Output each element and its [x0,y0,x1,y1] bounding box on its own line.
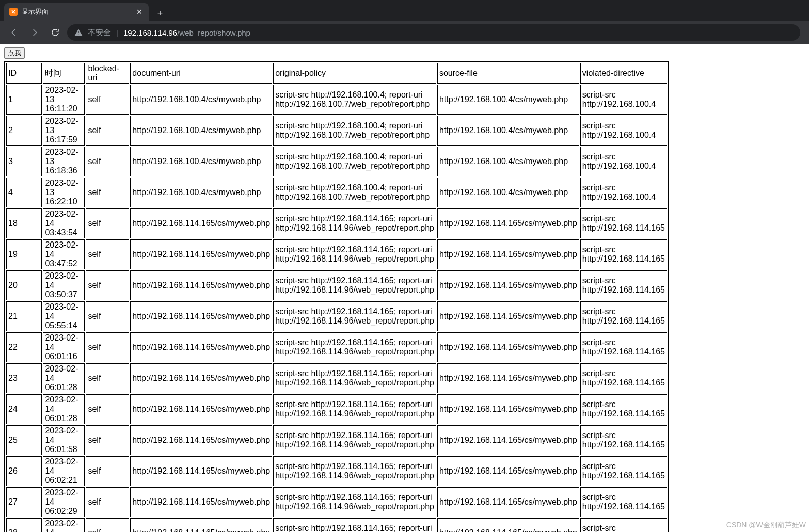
cell-doc: http://192.168.100.4/cs/myweb.php [130,147,272,176]
cell-src: http://192.168.114.165/cs/myweb.php [437,208,579,238]
xampp-favicon-icon [9,8,18,16]
table-row: 222023-02-14 06:01:16selfhttp://192.168.… [6,332,667,362]
cell-vio: script-src http://192.168.100.4 [580,116,667,146]
cell-time: 2023-02-14 06:01:58 [43,425,85,455]
cell-policy: script-src http://192.168.114.165; repor… [273,394,436,424]
new-tab-button[interactable]: + [153,6,167,21]
cell-src: http://192.168.114.165/cs/myweb.php [437,332,579,362]
cell-id: 23 [6,363,42,393]
cell-src: http://192.168.114.165/cs/myweb.php [437,363,579,393]
cell-vio: script-src http://192.168.114.165 [580,332,667,362]
cell-blocked: self [86,518,129,532]
header-id: ID [6,63,42,84]
table-row: 12023-02-13 16:11:20selfhttp://192.168.1… [6,85,667,115]
forward-button[interactable] [26,24,43,41]
cell-vio: script-src http://192.168.114.165 [580,425,667,455]
cell-vio: script-src http://192.168.114.165 [580,487,667,517]
click-me-button[interactable]: 点我 [4,47,25,59]
cell-id: 24 [6,394,42,424]
cell-id: 1 [6,85,42,115]
cell-blocked: self [86,147,129,176]
cell-time: 2023-02-14 06:01:28 [43,394,85,424]
cell-time: 2023-02-14 03:43:54 [43,208,85,238]
tab-bar: 显示界面 ✕ + [0,0,809,21]
address-bar[interactable]: 不安全 | 192.168.114.96/web_repot/show.php [67,24,800,41]
cell-doc: http://192.168.114.165/cs/myweb.php [130,332,272,362]
table-row: 262023-02-14 06:02:21selfhttp://192.168.… [6,456,667,486]
cell-blocked: self [86,239,129,269]
cell-vio: script-src http://192.168.114.165 [580,208,667,238]
separator: | [116,28,118,37]
tab-title: 显示界面 [22,7,131,17]
browser-tab[interactable]: 显示界面 ✕ [4,3,149,21]
url-host: 192.168.114.96 [123,28,177,37]
cell-doc: http://192.168.114.165/cs/myweb.php [130,518,272,532]
cell-policy: script-src http://192.168.114.165; repor… [273,301,436,331]
table-row: 242023-02-14 06:01:28selfhttp://192.168.… [6,394,667,424]
cell-src: http://192.168.100.4/cs/myweb.php [437,85,579,115]
cell-time: 2023-02-14 03:47:52 [43,239,85,269]
browser-toolbar: 不安全 | 192.168.114.96/web_repot/show.php [0,21,809,44]
cell-vio: script-src http://192.168.114.165 [580,363,667,393]
cell-blocked: self [86,332,129,362]
cell-id: 3 [6,147,42,176]
cell-src: http://192.168.114.165/cs/myweb.php [437,239,579,269]
cell-vio: script-src http://192.168.100.4 [580,85,667,115]
cell-id: 25 [6,425,42,455]
page-content: 点我 ID 时间 blocked-uri document-uri origin… [0,44,809,532]
back-button[interactable] [5,24,23,41]
cell-vio: script-src http://192.168.114.165 [580,518,667,532]
cell-doc: http://192.168.114.165/cs/myweb.php [130,425,272,455]
cell-doc: http://192.168.114.165/cs/myweb.php [130,301,272,331]
cell-time: 2023-02-13 16:18:36 [43,147,85,176]
cell-src: http://192.168.114.165/cs/myweb.php [437,456,579,486]
reload-button[interactable] [46,24,64,41]
browser-chrome: 显示界面 ✕ + 不安全 | 192.168.114.96/web_repot/… [0,0,809,44]
csp-report-table: ID 时间 blocked-uri document-uri original-… [4,61,669,532]
header-source-file: source-file [437,63,579,84]
cell-src: http://192.168.114.165/cs/myweb.php [437,301,579,331]
cell-time: 2023-02-13 16:22:10 [43,178,85,207]
cell-doc: http://192.168.114.165/cs/myweb.php [130,487,272,517]
header-original-policy: original-policy [273,63,436,84]
cell-src: http://192.168.100.4/cs/myweb.php [437,178,579,207]
cell-doc: http://192.168.100.4/cs/myweb.php [130,116,272,146]
cell-time: 2023-02-14 05:55:14 [43,301,85,331]
table-row: 252023-02-14 06:01:58selfhttp://192.168.… [6,425,667,455]
cell-id: 26 [6,456,42,486]
cell-blocked: self [86,394,129,424]
cell-src: http://192.168.114.165/cs/myweb.php [437,487,579,517]
cell-time: 2023-02-14 06:01:16 [43,332,85,362]
table-row: 212023-02-14 05:55:14selfhttp://192.168.… [6,301,667,331]
cell-doc: http://192.168.114.165/cs/myweb.php [130,394,272,424]
cell-vio: script-src http://192.168.114.165 [580,270,667,300]
cell-id: 20 [6,270,42,300]
cell-policy: script-src http://192.168.100.4; report-… [273,85,436,115]
cell-src: http://192.168.114.165/cs/myweb.php [437,270,579,300]
cell-id: 27 [6,487,42,517]
table-row: 182023-02-14 03:43:54selfhttp://192.168.… [6,208,667,238]
cell-blocked: self [86,178,129,207]
cell-policy: script-src http://192.168.114.165; repor… [273,239,436,269]
header-violated-directive: violated-directive [580,63,667,84]
security-label: 不安全 [88,28,111,38]
cell-doc: http://192.168.100.4/cs/myweb.php [130,85,272,115]
cell-blocked: self [86,208,129,238]
tab-close-icon[interactable]: ✕ [135,8,144,16]
cell-blocked: self [86,116,129,146]
table-header-row: ID 时间 blocked-uri document-uri original-… [6,63,667,84]
cell-doc: http://192.168.100.4/cs/myweb.php [130,178,272,207]
table-row: 32023-02-13 16:18:36selfhttp://192.168.1… [6,147,667,176]
table-row: 42023-02-13 16:22:10selfhttp://192.168.1… [6,178,667,207]
cell-id: 28 [6,518,42,532]
cell-policy: script-src http://192.168.114.165; repor… [273,456,436,486]
cell-id: 19 [6,239,42,269]
cell-blocked: self [86,456,129,486]
cell-vio: script-src http://192.168.100.4 [580,178,667,207]
header-blocked-uri: blocked-uri [86,63,129,84]
cell-blocked: self [86,301,129,331]
cell-id: 2 [6,116,42,146]
cell-id: 22 [6,332,42,362]
table-row: 22023-02-13 16:17:59selfhttp://192.168.1… [6,116,667,146]
table-row: 192023-02-14 03:47:52selfhttp://192.168.… [6,239,667,269]
